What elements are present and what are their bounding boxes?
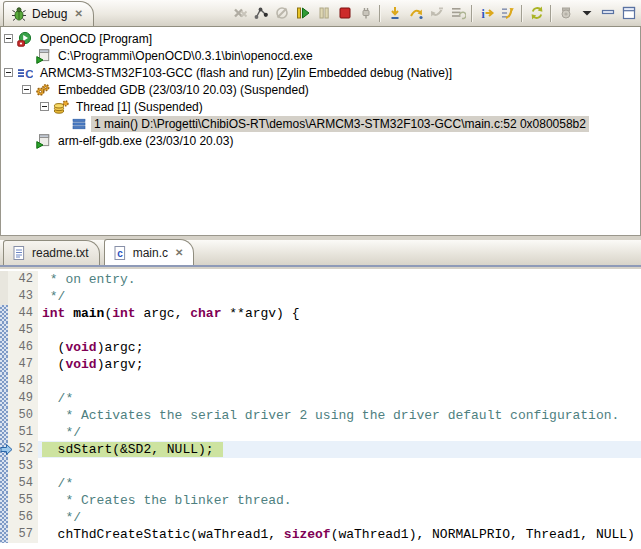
annotation-ruler[interactable] [0,271,8,288]
code-line: 51 */ [0,424,641,441]
disconnect-icon[interactable] [355,2,376,24]
code-line: 44int main(int argc, char **argv) { [0,305,641,322]
line-number: 54 [8,475,38,492]
quickdiff-changed-marker[interactable] [0,407,8,424]
line-number: 42 [8,271,38,288]
remove-all-terminated-icon[interactable] [229,2,250,24]
code-text: * Activates the serial driver 2 using th… [38,407,641,424]
code-editor[interactable]: 42 * on entry.43 */44int main(int argc, … [0,269,641,549]
tree-item-embedded-gdb[interactable]: Embedded GDB (23/03/10 20.03) (Suspended… [1,81,640,98]
snapshot-icon[interactable] [555,2,576,24]
quickdiff-changed-marker[interactable] [0,305,8,322]
code-line: 46 (void)argc; [0,339,641,356]
line-number: 53 [8,458,38,475]
code-text: (void)argv; [38,356,641,373]
minimize-icon[interactable] [597,2,618,24]
tree-item-stack-frame-main[interactable]: 1 main() D:\Progetti\ChibiOS-RT\demos\AR… [1,115,640,132]
c-file-icon: c [112,245,128,261]
code-text: */ [38,288,641,305]
step-return-icon[interactable] [426,2,447,24]
code-line: 45 [0,322,641,339]
quickdiff-changed-marker[interactable] [0,509,8,526]
code-line: 49 /* [0,390,641,407]
annotation-ruler[interactable] [0,288,8,305]
line-number: 56 [8,509,38,526]
toolbar-separator [379,5,381,22]
step-into-icon[interactable] [384,2,405,24]
toolbar-separator [471,5,473,22]
quickdiff-changed-marker[interactable] [0,492,8,509]
editor-area: readme.txtcmain.c✕ 42 * on entry.43 */44… [0,240,641,549]
quickdiff-changed-marker[interactable] [0,390,8,407]
editor-tabbar: readme.txtcmain.c✕ [0,240,641,267]
relaunch-icon[interactable] [250,2,271,24]
quickdiff-changed-marker[interactable] [0,526,8,543]
instruction-stepping-icon[interactable] [447,2,468,24]
step-over-icon[interactable] [405,2,426,24]
maximize-icon[interactable] [618,2,639,24]
exe-icon [35,133,51,149]
code-text: int main(int argc, char **argv) { [38,305,641,322]
line-number: 50 [8,407,38,424]
code-text [38,458,641,475]
view-menu-icon[interactable] [576,2,597,24]
tree-item-thread-1[interactable]: Thread [1] (Suspended) [1,98,640,115]
code-line: 43 */ [0,288,641,305]
code-line: 54 /* [0,475,641,492]
quickdiff-changed-marker[interactable] [0,424,8,441]
skip-all-breakpoints-icon[interactable] [271,2,292,24]
debug-view: Debug ✕ i OpenOCD [Program]C:\Programmi\… [0,0,641,240]
tree-item-arm-elf-gdb-exe[interactable]: arm-elf-gdb.exe (23/03/10 20.03) [1,132,640,149]
resume-icon[interactable] [292,2,313,24]
code-text: */ [38,509,641,526]
code-line: 48 [0,373,641,390]
code-line: 52 sdStart(&SD2, NULL); [0,441,641,458]
debug-view-tab[interactable]: Debug ✕ [3,1,94,26]
code-text [38,322,641,339]
quickdiff-changed-marker[interactable] [0,458,8,475]
use-step-filters-icon[interactable] [497,2,518,24]
collapse-handle-icon[interactable] [4,68,13,77]
thread-icon [53,99,69,115]
collapse-handle-icon[interactable] [40,102,49,111]
quickdiff-changed-marker[interactable] [0,373,8,390]
editor-tab-label: readme.txt [32,246,89,260]
line-number: 51 [8,424,38,441]
tree-item-openocd-program[interactable]: OpenOCD [Program] [1,30,640,47]
tree-item-label: 1 main() D:\Progetti\ChibiOS-RT\demos\AR… [91,116,589,132]
line-number: 43 [8,288,38,305]
terminate-icon[interactable] [334,2,355,24]
suspend-icon[interactable] [313,2,334,24]
quickdiff-changed-marker[interactable] [0,339,8,356]
debug-tree: OpenOCD [Program]C:\Programmi\OpenOCD\0.… [0,27,641,236]
quickdiff-changed-marker[interactable] [0,475,8,492]
gdb-icon [35,82,51,98]
toolbar-separator [521,5,523,22]
tree-item-armcm3-launch[interactable]: CARMCM3-STM32F103-GCC (flash and run) [Z… [1,64,640,81]
code-text: * Creates the blinker thread. [38,492,641,509]
restart-icon[interactable] [526,2,547,24]
quickdiff-changed-marker[interactable] [0,322,8,339]
tree-item-label: Embedded GDB (23/03/10 20.03) (Suspended… [55,82,312,98]
debug-view-tabbar: Debug ✕ i [0,0,641,27]
collapse-handle-icon[interactable] [22,85,31,94]
line-number: 46 [8,339,38,356]
step-into-selection-icon[interactable]: i [476,2,497,24]
quickdiff-changed-marker[interactable] [0,356,8,373]
tree-item-label: C:\Programmi\OpenOCD\0.3.1\bin\openocd.e… [55,48,316,64]
txt-file-icon [11,245,27,261]
collapse-handle-icon[interactable] [4,34,13,43]
debug-toolbar: i [229,0,639,26]
editor-tab-readme-txt[interactable]: readme.txt [3,240,100,265]
code-text: (void)argc; [38,339,641,356]
code-line: 57 chThdCreateStatic(waThread1, sizeof(w… [0,526,641,543]
debug-view-close-icon[interactable]: ✕ [72,9,82,19]
editor-tab-close-icon[interactable]: ✕ [173,248,183,258]
editor-tab-main-c[interactable]: cmain.c✕ [104,239,195,265]
code-line: 53 [0,458,641,475]
tree-item-openocd-exe[interactable]: C:\Programmi\OpenOCD\0.3.1\bin\openocd.e… [1,47,640,64]
exe-icon [35,48,51,64]
line-number: 57 [8,526,38,543]
c-app-icon: C [17,65,33,81]
svg-text:i: i [481,8,485,20]
